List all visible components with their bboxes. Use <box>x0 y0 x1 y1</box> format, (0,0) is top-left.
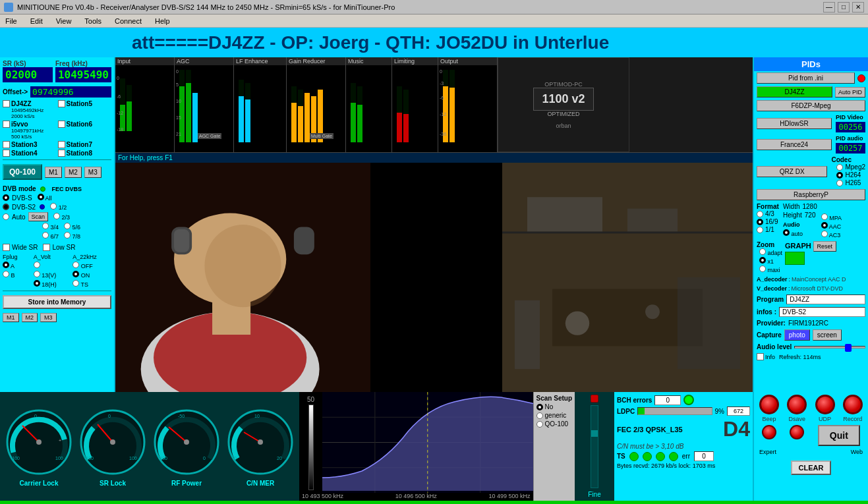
station-5-check[interactable] <box>58 100 65 107</box>
pid-video-value[interactable]: 00256 <box>836 122 865 132</box>
khz-off-dot[interactable] <box>72 262 79 268</box>
record-pot[interactable] <box>843 395 863 414</box>
station-dj4zz-check[interactable] <box>3 100 10 107</box>
volt-18-dot[interactable] <box>34 280 40 287</box>
pid-from-ini-button[interactable]: Pid from .ini <box>757 72 855 84</box>
pid-france24-button[interactable]: France24 <box>757 139 832 150</box>
adapt-dot[interactable] <box>759 248 766 255</box>
format-11-dot[interactable] <box>757 227 763 233</box>
minimize-button[interactable]: — <box>823 2 835 13</box>
red-buttons-row-2: Quit <box>757 425 865 446</box>
pid-dj4zz-button[interactable]: DJ4ZZ <box>757 86 832 98</box>
pid-qrzdx-button[interactable]: QRZ DX <box>757 166 827 177</box>
fec-78-dot[interactable] <box>64 232 71 238</box>
scan-q0-dot[interactable] <box>536 421 543 428</box>
auto-radio-dot[interactable] <box>3 213 9 220</box>
store-button[interactable]: Store into Memory <box>3 295 111 309</box>
sr-lock-svg: -100 100 0 <box>76 406 149 478</box>
khz-on-dot[interactable] <box>72 271 79 277</box>
fplug-b-dot[interactable] <box>3 271 9 277</box>
store-m2-button[interactable]: M2 <box>22 313 38 322</box>
pid-audio-value[interactable]: 00257 <box>836 143 865 154</box>
mpeg2-dot[interactable] <box>836 164 843 171</box>
m2-button[interactable]: M2 <box>65 167 82 178</box>
q0-button[interactable]: Q0-100 <box>3 164 42 180</box>
pid-hdlowsr-button[interactable]: HDlowSR <box>757 118 832 129</box>
fec-12-dot[interactable] <box>50 203 57 210</box>
reset-button[interactable]: Reset <box>813 241 837 252</box>
clear-button[interactable]: CLEAR <box>791 461 832 475</box>
low-sr-checkbox[interactable] <box>43 244 50 251</box>
spectrum-svg <box>322 392 533 493</box>
mpa-dot[interactable] <box>821 213 828 220</box>
ts-label: TS <box>617 453 625 460</box>
station-6-check[interactable] <box>58 121 65 128</box>
menu-edit[interactable]: Edit <box>28 17 45 25</box>
menu-tools[interactable]: Tools <box>82 17 104 25</box>
screen-button[interactable]: screen <box>813 329 842 341</box>
station-7-check[interactable] <box>58 141 65 148</box>
station-4-check[interactable] <box>3 150 10 157</box>
fec-34-dot[interactable] <box>42 223 49 229</box>
status-panel: BCH errors 0 LDPC 9% 672 FEC 2/3 QPSK_L3… <box>614 392 753 501</box>
format-43-dot[interactable] <box>757 211 763 217</box>
offset-value[interactable]: 09749996 <box>30 86 111 98</box>
aac-dot[interactable] <box>821 222 828 229</box>
close-button[interactable]: ✕ <box>852 2 864 13</box>
h265-dot[interactable] <box>836 180 843 186</box>
scan-button[interactable]: Scan <box>28 212 49 221</box>
fec-all-dot[interactable] <box>38 194 44 200</box>
maxi-dot[interactable] <box>759 266 766 272</box>
codec-section: Codec Mpeg2 H264 H265 <box>831 156 865 186</box>
quit-button[interactable]: Quit <box>818 425 860 446</box>
volt-13-dot[interactable] <box>34 271 40 277</box>
store-m3-button[interactable]: M3 <box>40 313 57 322</box>
web-pot[interactable] <box>790 425 804 439</box>
station-8-check[interactable] <box>58 150 65 157</box>
volt-empty-dot[interactable] <box>34 262 40 268</box>
fine-thumb[interactable] <box>591 430 598 437</box>
fec-23-dot[interactable] <box>53 213 60 219</box>
pid-raspberryp-button[interactable]: RaspberryP <box>757 189 865 200</box>
dvbs2-radio-dot[interactable] <box>3 204 9 210</box>
audio-auto-dot[interactable] <box>783 229 790 236</box>
audio-slider-thumb[interactable] <box>845 344 852 352</box>
pid-f6dzp-button[interactable]: F6DZP-Mpeg <box>757 100 865 111</box>
expert-pot[interactable] <box>762 425 776 439</box>
menu-file[interactable]: File <box>3 17 20 25</box>
fec-67-dot[interactable] <box>42 232 49 238</box>
info-checkbox[interactable] <box>757 353 764 360</box>
menu-connect[interactable]: Connect <box>112 17 144 25</box>
dvbs-radio-dot[interactable] <box>3 194 9 201</box>
dsave-pot[interactable] <box>787 395 807 414</box>
m1-button[interactable]: M1 <box>45 167 62 178</box>
beep-pot[interactable] <box>759 395 779 414</box>
fplug-a-dot[interactable] <box>3 262 9 268</box>
menu-view[interactable]: View <box>53 17 74 25</box>
sr-value[interactable]: 02000 <box>3 67 53 82</box>
m3-button[interactable]: M3 <box>84 167 101 178</box>
x1-dot[interactable] <box>759 257 766 264</box>
audio-slider[interactable] <box>794 346 865 349</box>
menu-help[interactable]: Help <box>152 17 173 25</box>
photo-button[interactable]: photo <box>784 329 810 341</box>
freq-value[interactable]: 10495490 <box>55 67 111 82</box>
fec-56-dot[interactable] <box>64 223 71 229</box>
h264-dot[interactable] <box>836 172 843 179</box>
udp-pot[interactable] <box>815 395 835 414</box>
format-169-dot[interactable] <box>757 219 763 225</box>
wide-sr-checkbox[interactable] <box>3 244 10 251</box>
program-value[interactable]: DJ4ZZ <box>786 294 865 304</box>
khz-ts-dot[interactable] <box>72 280 79 287</box>
infos-value[interactable]: DVB-S2 <box>779 307 865 317</box>
station-i5vvo-check[interactable] <box>3 121 10 128</box>
low-sr-label: Low SR <box>52 244 75 251</box>
scan-no-dot[interactable] <box>536 404 543 410</box>
maximize-button[interactable]: □ <box>838 2 850 13</box>
station-3-check[interactable] <box>3 141 10 148</box>
ac3-dot[interactable] <box>821 231 828 237</box>
store-m1-button[interactable]: M1 <box>3 313 19 322</box>
auto-pid-button[interactable]: Auto PID <box>835 87 865 98</box>
a-decoder-label: A_decoder <box>757 276 788 283</box>
scan-generic-dot[interactable] <box>536 412 543 419</box>
